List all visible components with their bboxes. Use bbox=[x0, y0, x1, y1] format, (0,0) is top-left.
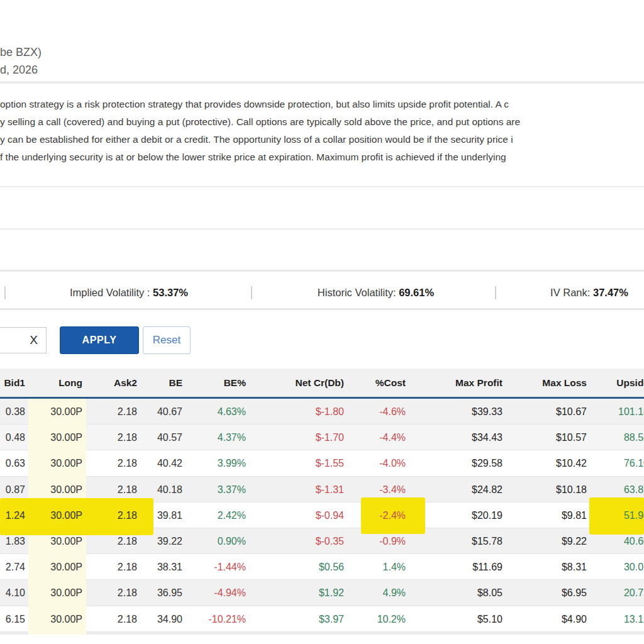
table-cell: $15.78 bbox=[433, 528, 502, 554]
column-header-max-loss[interactable]: Max Loss bbox=[518, 369, 587, 397]
table-cell: 2.42% bbox=[177, 502, 246, 528]
description-line: f the underlying security is at or below… bbox=[0, 148, 644, 166]
exchange-label: be BZX) bbox=[0, 46, 42, 59]
column-header-max-profit[interactable]: Max Profit bbox=[433, 369, 502, 397]
table-cell: -4.0% bbox=[336, 450, 406, 476]
iv-rank-label: IV Rank: bbox=[550, 287, 593, 298]
table-cell: 63.85 bbox=[580, 477, 644, 502]
table-cell: 40.57 bbox=[113, 425, 182, 450]
table-cell: 40.42 bbox=[113, 450, 182, 476]
implied-volatility-value: 53.37% bbox=[153, 287, 188, 298]
table-cell: 40.60 bbox=[580, 528, 644, 554]
divider bbox=[0, 228, 644, 230]
table-cell: 101.18 bbox=[580, 399, 644, 425]
clear-x-icon[interactable]: X bbox=[30, 333, 38, 347]
table-cell: -4.94% bbox=[177, 580, 246, 606]
table-cell: $10.57 bbox=[518, 425, 587, 450]
table-cell: $10.67 bbox=[518, 399, 587, 425]
table-cell: $24.82 bbox=[433, 477, 502, 502]
table-cell: 1.4% bbox=[336, 554, 406, 580]
table-cell: $3.97 bbox=[275, 606, 344, 632]
divider bbox=[0, 308, 644, 310]
stat-divider bbox=[495, 286, 496, 299]
description-line: y can be established for either a debit … bbox=[0, 131, 644, 148]
table-cell: $-1.31 bbox=[275, 477, 344, 502]
column-header-be-[interactable]: BE% bbox=[177, 369, 246, 397]
table-cell: $8.31 bbox=[518, 554, 587, 580]
table-cell: -1.44% bbox=[177, 554, 246, 580]
table-cell: $10.42 bbox=[518, 450, 587, 476]
table-cell: $6.95 bbox=[518, 580, 587, 606]
table-cell: 51.94 bbox=[580, 502, 644, 528]
table-cell: 4.9% bbox=[336, 580, 406, 606]
table-cell: $10.18 bbox=[518, 477, 587, 502]
historic-volatility-value: 69.61% bbox=[399, 287, 434, 298]
column-header-net-cr-db-[interactable]: Net Cr(Db) bbox=[275, 369, 344, 397]
table-cell: -10.21% bbox=[177, 606, 246, 632]
table-cell: $1.92 bbox=[275, 580, 344, 606]
table-cell: 4.63% bbox=[177, 399, 246, 425]
column-header--cost[interactable]: %Cost bbox=[336, 369, 406, 397]
table-cell: 34.90 bbox=[113, 606, 182, 632]
table-cell: -4.4% bbox=[336, 425, 406, 450]
column-header-upside[interactable]: Upside bbox=[580, 369, 644, 397]
screener-page: be BZX) d, 2026 option strategy is a ris… bbox=[0, 0, 644, 644]
table-cell: 39.81 bbox=[113, 502, 182, 528]
table-cell: 10.2% bbox=[336, 606, 406, 632]
implied-volatility-label: Implied Volatility : bbox=[70, 287, 153, 298]
table-cell: 3.99% bbox=[177, 450, 246, 476]
iv-rank-value: 37.47% bbox=[593, 287, 628, 298]
table-cell: $9.22 bbox=[518, 528, 587, 554]
table-cell: $11.69 bbox=[433, 554, 502, 580]
table-cell: $0.56 bbox=[275, 554, 344, 580]
table-cell: 76.10 bbox=[580, 450, 644, 476]
description-line: y selling a call (covered) and buying a … bbox=[0, 113, 644, 131]
stat-divider bbox=[251, 286, 252, 299]
historic-volatility-stat: Historic Volatility: 69.61% bbox=[286, 284, 465, 301]
description-line: option strategy is a risk protection str… bbox=[0, 96, 644, 113]
table-cell: $5.10 bbox=[433, 606, 502, 632]
table-cell: $8.05 bbox=[433, 580, 502, 606]
strategy-description: option strategy is a risk protection str… bbox=[0, 96, 644, 166]
table-cell: -2.4% bbox=[336, 502, 406, 528]
table-cell: $29.58 bbox=[433, 450, 502, 476]
expiration-date-label: d, 2026 bbox=[0, 64, 38, 77]
table-cell: 30.07 bbox=[580, 554, 644, 580]
table-cell: $-0.94 bbox=[275, 502, 344, 528]
divider bbox=[0, 81, 644, 84]
table-cell: 13.12 bbox=[580, 606, 644, 632]
table-cell: -0.9% bbox=[336, 528, 406, 554]
table-cell: -4.6% bbox=[336, 399, 406, 425]
column-header-be[interactable]: BE bbox=[113, 369, 182, 397]
table-cell: 40.67 bbox=[113, 399, 182, 425]
table-cell: $34.43 bbox=[433, 425, 502, 450]
table-cell: 40.18 bbox=[113, 477, 182, 502]
table-cell: $-1.70 bbox=[275, 425, 344, 450]
table-cell: 3.37% bbox=[177, 477, 246, 502]
table-bottom-border bbox=[0, 632, 644, 635]
iv-rank-stat: IV Rank: 37.47% bbox=[536, 284, 643, 301]
stat-divider bbox=[4, 286, 6, 299]
implied-volatility-stat: Implied Volatility : 53.37% bbox=[38, 284, 220, 301]
divider bbox=[0, 186, 644, 187]
table-cell: 88.58 bbox=[580, 425, 644, 450]
filter-input[interactable]: X bbox=[0, 327, 47, 353]
table-cell: 36.95 bbox=[113, 580, 182, 606]
table-cell: $4.90 bbox=[518, 606, 587, 632]
table-cell: 38.31 bbox=[113, 554, 182, 580]
table-cell: $9.81 bbox=[518, 502, 587, 528]
table-cell: $-1.80 bbox=[275, 399, 344, 425]
table-cell: $-0.35 bbox=[275, 528, 344, 554]
divider bbox=[0, 270, 644, 272]
table-cell: 4.37% bbox=[177, 425, 246, 450]
table-cell: 20.71 bbox=[580, 580, 644, 606]
table-cell: 39.22 bbox=[113, 528, 182, 554]
apply-button[interactable]: APPLY bbox=[60, 326, 139, 354]
table-cell: 0.90% bbox=[177, 528, 246, 554]
table-cell: $20.19 bbox=[433, 502, 502, 528]
table-cell: -3.4% bbox=[336, 477, 406, 502]
reset-button[interactable]: Reset bbox=[143, 326, 191, 354]
table-cell: $-1.55 bbox=[275, 450, 344, 476]
historic-volatility-label: Historic Volatility: bbox=[318, 287, 399, 298]
table-cell: $39.33 bbox=[433, 399, 502, 425]
